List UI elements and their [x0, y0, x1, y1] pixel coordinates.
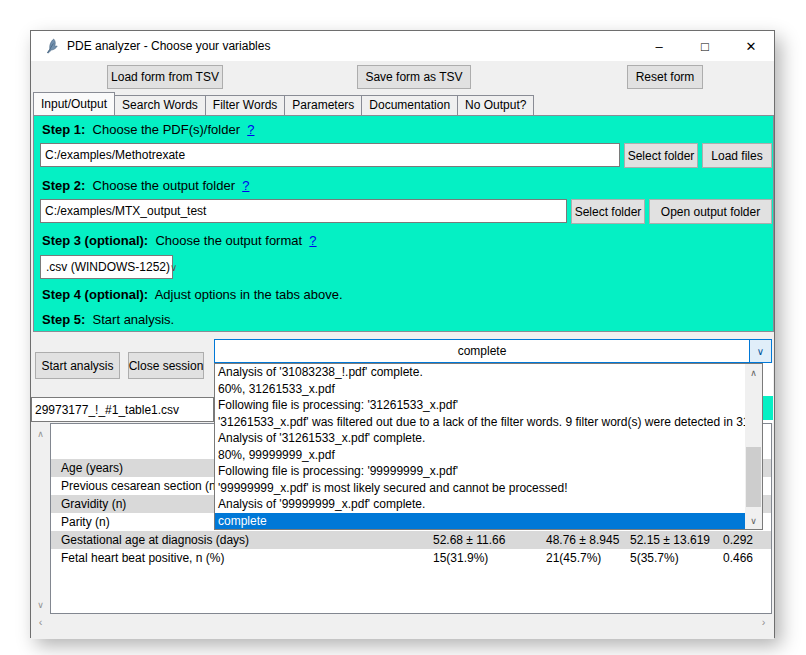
row-label: Age (years) [61, 459, 123, 477]
start-analysis-button[interactable]: Start analysis [35, 352, 120, 379]
cell-value: 15(31.9%) [433, 549, 488, 567]
app-window: PDE analyzer - Choose your variables – □… [30, 30, 775, 638]
step1-label: Step 1: [42, 122, 85, 137]
log-dropdown-list: Analysis of '31083238_!.pdf' complete. 6… [215, 364, 745, 529]
chevron-down-icon: ∨ [170, 262, 177, 273]
step3-label: Step 3 (optional): [42, 233, 148, 248]
tab-documentation[interactable]: Documentation [361, 95, 458, 115]
step5-row: Step 5: Start analysis. [42, 312, 174, 327]
log-item[interactable]: '99999999_x.pdf' is most likely secured … [215, 480, 745, 497]
row-label: Gravidity (n) [61, 495, 126, 513]
window-title: PDE analyzer - Choose your variables [67, 39, 270, 53]
step4-text: Adjust options in the tabs above. [155, 287, 343, 302]
step4-row: Step 4 (optional): Adjust options in the… [42, 287, 343, 302]
load-files-button[interactable]: Load files [702, 143, 772, 168]
step1-help-link[interactable]: ? [247, 122, 254, 137]
cell-value: 0.292 [723, 531, 753, 549]
step2-text: Choose the output folder [93, 178, 235, 193]
log-item[interactable]: Following file is processing: '99999999_… [215, 463, 745, 480]
current-file-input[interactable] [31, 397, 214, 422]
cell-value: 21(45.7%) [546, 549, 601, 567]
scroll-down-icon[interactable]: ∨ [32, 596, 49, 613]
row-label: Previous cesarean section (n) [61, 477, 220, 495]
row-label: Gestational age at diagnosis (days) [61, 531, 249, 549]
scroll-left-icon[interactable]: ‹ [32, 614, 49, 631]
input-output-panel: Step 1: Choose the PDF(s)/folder ? Selec… [33, 115, 774, 332]
table-row[interactable]: Fetal heart beat positive, n (%) 15(31.9… [51, 549, 771, 567]
scroll-right-icon[interactable]: › [755, 614, 772, 631]
maximize-icon[interactable]: □ [682, 31, 728, 61]
step5-text: Start analysis. [93, 312, 175, 327]
log-item[interactable]: Analysis of '99999999_x.pdf' complete. [215, 496, 745, 513]
notebook-tabs: Input/Output Search Words Filter Words P… [33, 92, 533, 115]
chevron-down-icon: ∨ [757, 346, 764, 357]
tab-search-words[interactable]: Search Words [114, 95, 206, 115]
table-horizontal-scrollbar[interactable]: ‹ › [32, 613, 772, 631]
title-bar: PDE analyzer - Choose your variables – □… [31, 31, 774, 61]
cell-value: 52.15 ± 13.619 [630, 531, 710, 549]
form-toolbar: Load form from TSV Save form as TSV Rese… [31, 61, 774, 92]
step3-help-link[interactable]: ? [309, 233, 316, 248]
log-item[interactable]: Following file is processing: '31261533_… [215, 397, 745, 414]
log-dropdown-popup: Analysis of '31083238_!.pdf' complete. 6… [214, 363, 763, 530]
step2-help-link[interactable]: ? [242, 178, 249, 193]
tab-input-output[interactable]: Input/Output [33, 92, 115, 115]
output-format-combobox[interactable]: .csv (WINDOWS-1252) ∨ [40, 255, 173, 279]
row-label: Parity (n) [61, 513, 110, 531]
cell-value: 52.68 ± 11.66 [433, 531, 505, 549]
log-combobox-arrow[interactable]: ∨ [749, 340, 771, 362]
desktop: PDE analyzer - Choose your variables – □… [0, 0, 806, 655]
step3-text: Choose the output format [155, 233, 302, 248]
log-item[interactable]: Analysis of '31083238_!.pdf' complete. [215, 364, 745, 381]
load-form-tsv-button[interactable]: Load form from TSV [107, 65, 223, 89]
popup-scrollbar-thumb[interactable] [746, 447, 761, 507]
step2-label: Step 2: [42, 178, 85, 193]
minimize-icon[interactable]: – [636, 31, 682, 61]
tab-filter-words[interactable]: Filter Words [205, 95, 285, 115]
scroll-down-icon[interactable]: ∨ [745, 512, 762, 529]
table-row[interactable]: Gestational age at diagnosis (days) 52.6… [51, 531, 771, 549]
cell-value: 48.76 ± 8.945 [546, 531, 619, 549]
step2-select-folder-button[interactable]: Select folder [571, 199, 645, 224]
close-session-button[interactable]: Close session [128, 352, 204, 379]
log-combobox[interactable]: complete ∨ [214, 339, 772, 363]
log-selected-value: complete [215, 344, 749, 358]
popup-scrollbar[interactable]: ∧ ∨ [745, 364, 762, 529]
tab-parameters[interactable]: Parameters [284, 95, 362, 115]
step1-text: Choose the PDF(s)/folder [93, 122, 240, 137]
output-folder-input[interactable] [40, 199, 567, 223]
step1-select-folder-button[interactable]: Select folder [624, 143, 698, 168]
log-item[interactable]: Analysis of '31261533_x.pdf' complete. [215, 430, 745, 447]
python-feather-icon [43, 38, 59, 54]
log-item[interactable]: 60%, 31261533_x.pdf [215, 381, 745, 398]
cell-value: 5(35.7%) [630, 549, 679, 567]
row-label: Fetal heart beat positive, n (%) [61, 549, 224, 567]
scroll-up-icon[interactable]: ∧ [745, 364, 762, 381]
pdf-folder-input[interactable] [40, 143, 620, 167]
scroll-up-icon[interactable]: ∧ [32, 425, 49, 442]
session-panel: Start analysis Close session complete ∨ … [31, 332, 774, 639]
log-item[interactable]: 80%, 99999999_x.pdf [215, 447, 745, 464]
log-item[interactable]: '31261533_x.pdf' was filtered out due to… [215, 414, 745, 431]
reset-form-button[interactable]: Reset form [627, 65, 703, 89]
cell-value: 0.466 [723, 549, 753, 567]
log-item-selected[interactable]: complete [215, 513, 745, 530]
tab-no-output[interactable]: No Output? [457, 95, 534, 115]
step3-row: Step 3 (optional): Choose the output for… [42, 233, 317, 248]
close-icon[interactable]: ✕ [728, 31, 774, 61]
output-format-value: .csv (WINDOWS-1252) [41, 260, 170, 274]
save-form-tsv-button[interactable]: Save form as TSV [357, 65, 471, 89]
step2-row: Step 2: Choose the output folder ? [42, 178, 249, 193]
step5-label: Step 5: [42, 312, 85, 327]
step1-row: Step 1: Choose the PDF(s)/folder ? [42, 122, 254, 137]
table-vertical-scrollbar[interactable]: ∧ ∨ [32, 425, 49, 613]
step4-label: Step 4 (optional): [42, 287, 148, 302]
open-output-folder-button[interactable]: Open output folder [649, 199, 772, 224]
